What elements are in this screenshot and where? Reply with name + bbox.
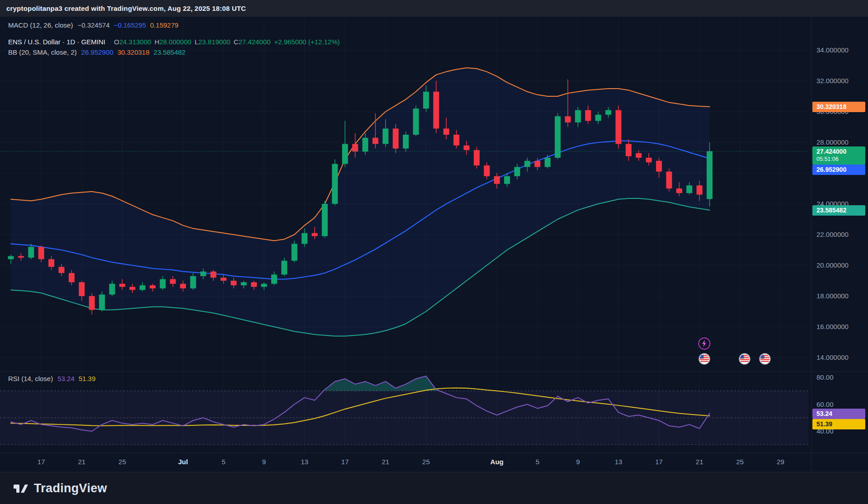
bb-basis-value: 26.952900 <box>81 48 113 56</box>
macd-legend-label: MACD (12, 26, close) <box>8 21 73 29</box>
last-price-value: 27.424000 <box>816 148 865 155</box>
time-axis-label: 5 <box>523 458 552 466</box>
bar-countdown: 05:51:06 <box>816 155 865 163</box>
time-axis-label: 25 <box>411 458 440 466</box>
price-axis-label: 14.000000 <box>816 353 849 362</box>
us-economic-event-icon[interactable] <box>698 353 710 367</box>
bb-lower-price-badge: 23.585482 <box>812 205 865 216</box>
legend-stack: MACD (12, 26, close) −0.324574 −0.165295… <box>8 20 340 57</box>
change-value: +2.965000 (+12.12%) <box>274 38 340 46</box>
bb-upper-price-badge: 30.320318 <box>812 102 865 112</box>
high-value: 28.000000 <box>159 38 191 46</box>
close-value: 27.424000 <box>238 38 270 46</box>
time-axis-label: 17 <box>330 458 359 466</box>
price-axis-label: 34.000000 <box>816 46 849 54</box>
time-axis-label: 17 <box>27 458 56 466</box>
rsi-axis-label: 60.00 <box>816 400 834 409</box>
rsi-ma-value-badge: 51.39 <box>812 419 865 429</box>
time-axis-label: 21 <box>685 458 714 466</box>
macd-hist-value: −0.324574 <box>77 21 109 29</box>
us-economic-event-icon[interactable] <box>739 353 750 367</box>
attribution-bar: cryptopolitanpa3 created with TradingVie… <box>0 0 868 17</box>
time-axis-label: 13 <box>604 458 633 466</box>
power-event-icon[interactable] <box>698 337 711 352</box>
high-key: H <box>155 38 160 46</box>
rsi-value-badge: 53.24 <box>812 409 865 419</box>
rsi-legend[interactable]: RSI (14, close) 53.24 51.39 <box>8 373 99 384</box>
us-economic-event-icon[interactable] <box>759 353 771 367</box>
macd-signal-value: 0.159279 <box>150 21 179 29</box>
time-axis-label: 29 <box>766 458 795 466</box>
open-value: 24.313000 <box>119 38 151 46</box>
bb-legend[interactable]: BB (20, SMA, close, 2) 26.952900 30.3203… <box>8 47 340 57</box>
last-price-badge: 27.424000 05:51:06 <box>812 146 865 165</box>
time-axis-label: 21 <box>371 458 400 466</box>
bb-upper-value: 30.320318 <box>118 48 150 56</box>
tradingview-logo[interactable]: TradingView <box>13 480 107 496</box>
low-key: L <box>194 38 198 46</box>
tradingview-logo-icon <box>13 480 29 496</box>
time-axis-label: 21 <box>67 458 96 466</box>
attribution-text: cryptopolitanpa3 created with TradingVie… <box>6 5 246 12</box>
time-axis-label: 5 <box>209 458 238 466</box>
bb-basis-price-badge: 26.952900 <box>812 165 865 175</box>
time-axis-label: 9 <box>563 458 592 466</box>
open-key: O <box>114 38 119 46</box>
bb-lower-value: 23.585482 <box>154 48 186 56</box>
time-axis-label: 25 <box>726 458 755 466</box>
price-axis-label: 16.000000 <box>816 323 849 331</box>
price-axis[interactable]: 34.00000032.00000030.00000028.00000024.0… <box>812 17 868 472</box>
time-axis[interactable]: 172125Jul5913172125Aug591317212529 <box>0 453 811 472</box>
time-axis-label: Aug <box>482 458 511 466</box>
time-axis-label: 25 <box>108 458 137 466</box>
footer-bar: TradingView <box>0 472 868 504</box>
rsi-axis-label: 80.00 <box>816 373 834 382</box>
close-key: C <box>234 38 239 46</box>
time-axis-label: 17 <box>645 458 674 466</box>
time-axis-label: 13 <box>290 458 319 466</box>
price-axis-label: 28.000000 <box>816 138 849 146</box>
symbol-title: ENS / U.S. Dollar · 1D · GEMINI <box>8 38 105 46</box>
price-axis-label: 22.000000 <box>816 231 849 239</box>
main-chart-canvas[interactable] <box>0 0 868 504</box>
macd-line-value: −0.165295 <box>114 21 146 29</box>
symbol-legend[interactable]: ENS / U.S. Dollar · 1D · GEMINI O24.3130… <box>8 37 340 47</box>
macd-legend[interactable]: MACD (12, 26, close) −0.324574 −0.165295… <box>8 20 340 30</box>
price-axis-label: 20.000000 <box>816 261 849 269</box>
tradingview-logo-text: TradingView <box>34 481 107 495</box>
rsi-value: 53.24 <box>57 375 75 382</box>
rsi-ma-value: 51.39 <box>79 375 96 382</box>
time-axis-label: 9 <box>250 458 278 466</box>
rsi-legend-label: RSI (14, close) <box>8 375 53 382</box>
time-axis-label: Jul <box>169 458 198 466</box>
price-axis-label: 32.000000 <box>816 77 849 85</box>
low-value: 23.819000 <box>198 38 231 46</box>
bb-legend-label: BB (20, SMA, close, 2) <box>8 48 77 56</box>
price-axis-label: 18.000000 <box>816 292 849 300</box>
rsi-band <box>0 391 808 445</box>
